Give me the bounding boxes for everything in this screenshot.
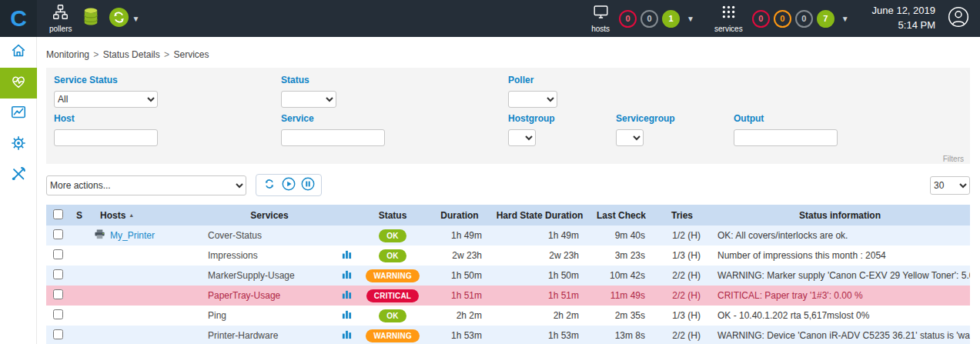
- service-row: MarkerSupply-Usage WARNING 1h 50m 1h 50m…: [46, 266, 970, 286]
- hostgroup-select[interactable]: [508, 129, 536, 146]
- graph-icon[interactable]: [342, 311, 352, 322]
- service-name[interactable]: PaperTray-Usage: [208, 290, 280, 301]
- last-check-cell: 2m 35s: [588, 306, 654, 326]
- output-input[interactable]: [734, 129, 838, 146]
- sidebar-item-reporting[interactable]: [0, 99, 37, 129]
- home-icon: [10, 42, 27, 62]
- poller-database-status[interactable]: [82, 7, 99, 30]
- graph-icon[interactable]: [342, 331, 352, 342]
- page-size-select[interactable]: 30: [930, 176, 970, 195]
- service-row: PaperTray-Usage CRITICAL 1h 51m 1h 51m 1…: [46, 286, 970, 306]
- sidebar-item-home[interactable]: [0, 37, 37, 68]
- duration-cell: 1h 51m: [428, 286, 491, 306]
- status-select[interactable]: [281, 91, 336, 108]
- tries-cell: 1/2 (H): [654, 225, 710, 245]
- user-menu[interactable]: [948, 6, 969, 31]
- service-status-select[interactable]: All: [54, 91, 158, 108]
- user-icon: [948, 6, 969, 31]
- refresh-icon: [263, 177, 276, 193]
- chevron-down-icon[interactable]: ▼: [687, 15, 694, 23]
- severity-cell: [69, 225, 89, 245]
- last-check-cell: 11m 49s: [588, 286, 654, 306]
- service-row: Printer-Hardware WARNING 1h 53m 1h 53m 1…: [46, 326, 970, 344]
- hosts-status-block: hosts 001 ▼: [591, 4, 694, 33]
- services-critical-counter[interactable]: 0: [752, 10, 770, 28]
- services-ok-counter[interactable]: 7: [817, 10, 835, 28]
- header-severity[interactable]: S: [69, 205, 89, 225]
- database-icon: [82, 7, 99, 30]
- header-status-information[interactable]: Status information: [710, 205, 970, 225]
- service-row: Ping OK 2h 2m 2h 2m 2m 35s 1/3 (H) OK - …: [46, 306, 970, 326]
- poller-status-menu[interactable]: ▼: [109, 7, 139, 31]
- hosts-up-counter[interactable]: 1: [662, 10, 680, 28]
- services-icon: [721, 4, 737, 23]
- hard-duration-cell: 2w 23h: [491, 245, 588, 266]
- host-input[interactable]: [54, 129, 158, 146]
- services-pending-counter[interactable]: 0: [795, 10, 813, 28]
- sidebar-item-monitoring[interactable]: [0, 68, 37, 99]
- breadcrumb-item[interactable]: Status Details: [103, 49, 160, 60]
- centreon-logo[interactable]: C: [0, 0, 37, 37]
- header-tries[interactable]: Tries: [654, 205, 710, 225]
- status-info-cell: WARNING: Marker supply 'Canon C-EXV 29 Y…: [710, 266, 970, 286]
- graph-icon[interactable]: [342, 251, 352, 262]
- filters-tag[interactable]: Filters: [943, 155, 964, 163]
- services-menu[interactable]: services: [714, 4, 743, 33]
- hosts-down-counter[interactable]: 0: [619, 10, 637, 28]
- main-content: Monitoring > Status Details > Services S…: [37, 37, 980, 344]
- row-checkbox[interactable]: [53, 309, 63, 319]
- header-duration[interactable]: Duration: [428, 205, 491, 225]
- service-name[interactable]: Impressions: [208, 250, 258, 261]
- severity-cell: [69, 245, 89, 266]
- header-last-check[interactable]: Last Check: [588, 205, 654, 225]
- row-checkbox[interactable]: [53, 249, 63, 259]
- graph-icon[interactable]: [342, 271, 352, 282]
- last-check-cell: 13m 8s: [588, 326, 654, 344]
- breadcrumb-item[interactable]: Services: [173, 49, 209, 60]
- row-checkbox[interactable]: [53, 329, 63, 339]
- row-checkbox[interactable]: [53, 229, 63, 239]
- status-badge: OK: [379, 249, 406, 262]
- header-hosts[interactable]: Hosts▲: [89, 205, 203, 225]
- service-input[interactable]: [281, 129, 385, 146]
- pollers-menu[interactable]: pollers: [49, 4, 72, 33]
- tries-cell: 2/2 (H): [654, 286, 710, 306]
- sidebar-item-administration[interactable]: [0, 160, 37, 191]
- sidebar-item-configuration[interactable]: [0, 129, 37, 160]
- poller-label: Poller: [508, 75, 557, 85]
- play-button[interactable]: [282, 177, 296, 193]
- host-name[interactable]: My_Printer: [110, 230, 155, 241]
- poller-status-ok-icon: [109, 7, 129, 31]
- services-table-body: My_Printer Cover-Status OK 1h 49m 1h 49m…: [46, 225, 970, 344]
- status-info-cell: CRITICAL: Paper tray '1#3': 0.00 %: [710, 286, 970, 306]
- hosts-menu[interactable]: hosts: [591, 4, 610, 33]
- service-name[interactable]: MarkerSupply-Usage: [208, 270, 295, 281]
- chevron-down-icon[interactable]: ▼: [841, 15, 849, 23]
- refresh-button[interactable]: [263, 177, 276, 193]
- row-checkbox[interactable]: [53, 269, 63, 279]
- service-name[interactable]: Ping: [208, 310, 226, 321]
- header-status[interactable]: Status: [357, 205, 428, 225]
- service-name[interactable]: Cover-Status: [208, 230, 262, 241]
- duration-cell: 1h 50m: [428, 266, 491, 286]
- hosts-label: hosts: [591, 25, 610, 33]
- hosts-pending-counter[interactable]: 0: [641, 10, 658, 28]
- servicegroup-select[interactable]: [616, 129, 644, 146]
- service-name[interactable]: Printer-Hardware: [208, 330, 278, 341]
- hosts-icon: [593, 4, 609, 23]
- header-services[interactable]: Services: [203, 205, 336, 225]
- graph-icon[interactable]: [342, 291, 352, 302]
- printer-icon: [94, 229, 105, 242]
- services-warning-counter[interactable]: 0: [774, 10, 791, 28]
- poller-select[interactable]: [508, 91, 557, 108]
- severity-cell: [69, 266, 89, 286]
- row-checkbox[interactable]: [53, 289, 63, 299]
- breadcrumb-item[interactable]: Monitoring: [46, 49, 89, 60]
- tools-icon: [10, 165, 27, 185]
- header-hard-state-duration[interactable]: Hard State Duration: [491, 205, 588, 225]
- more-actions-select[interactable]: More actions...: [46, 175, 246, 195]
- select-all-checkbox[interactable]: [53, 209, 63, 219]
- duration-cell: 2w 23h: [428, 245, 491, 266]
- pause-button[interactable]: [301, 177, 315, 193]
- status-badge: OK: [379, 309, 406, 322]
